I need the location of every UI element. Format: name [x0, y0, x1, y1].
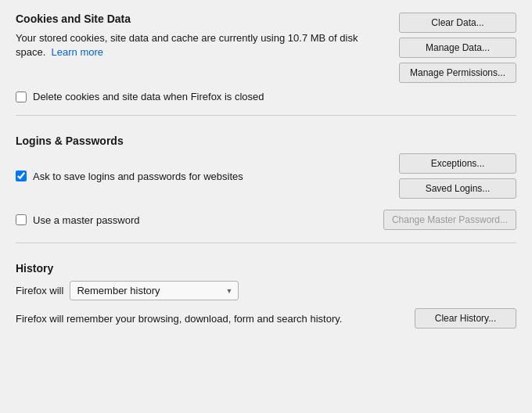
manage-data-button[interactable]: Manage Data... [399, 38, 516, 58]
history-section: History Firefox will Remember history Ne… [16, 256, 516, 329]
divider-1 [16, 115, 516, 116]
cookies-section-title: Cookies and Site Data [16, 13, 390, 25]
logins-section-title: Logins & Passwords [16, 135, 516, 147]
history-select-wrapper: Remember history Never remember history … [70, 281, 239, 300]
ask-save-checkbox[interactable] [16, 171, 27, 181]
exceptions-button[interactable]: Exceptions... [399, 153, 516, 174]
learn-more-link[interactable]: Learn more [52, 46, 103, 58]
logins-buttons: Exceptions... Saved Logins... [399, 153, 516, 199]
cookies-buttons: Clear Data... Manage Data... Manage Perm… [399, 13, 516, 83]
ask-save-label[interactable]: Ask to save logins and passwords for web… [33, 171, 243, 182]
master-password-checkbox-row: Use a master password [16, 214, 374, 226]
master-password-label[interactable]: Use a master password [33, 214, 140, 226]
ask-save-row: Ask to save logins and passwords for web… [16, 171, 390, 182]
master-password-buttons: Change Master Password... [383, 210, 516, 230]
manage-permissions-button[interactable]: Manage Permissions... [399, 63, 516, 83]
history-bottom-row: Firefox will remember your browsing, dow… [16, 308, 516, 329]
history-clear-buttons: Clear History... [415, 308, 516, 329]
cookies-description: Your stored cookies, site data and cache… [16, 31, 390, 59]
logins-section: Logins & Passwords Ask to save logins an… [16, 128, 516, 230]
saved-logins-button[interactable]: Saved Logins... [399, 178, 516, 199]
delete-cookies-checkbox[interactable] [16, 92, 27, 102]
cookies-left: Cookies and Site Data Your stored cookie… [16, 13, 390, 67]
change-master-password-button[interactable]: Change Master Password... [383, 210, 516, 230]
divider-2 [16, 242, 516, 243]
history-select[interactable]: Remember history Never remember history … [70, 281, 239, 300]
master-password-checkbox[interactable] [16, 214, 27, 225]
cookies-top-row: Cookies and Site Data Your stored cookie… [16, 13, 516, 83]
delete-cookies-label[interactable]: Delete cookies and site data when Firefo… [33, 91, 264, 102]
firefox-will-label: Firefox will [16, 285, 63, 296]
master-password-row: Use a master password Change Master Pass… [16, 210, 516, 230]
history-description: Firefox will remember your browsing, dow… [16, 313, 405, 325]
clear-history-button[interactable]: Clear History... [415, 308, 516, 329]
page-container: Cookies and Site Data Your stored cookie… [0, 0, 532, 413]
clear-data-button[interactable]: Clear Data... [399, 13, 516, 33]
logins-top-row: Ask to save logins and passwords for web… [16, 153, 516, 199]
cookies-section: Cookies and Site Data Your stored cookie… [16, 13, 516, 102]
history-section-title: History [16, 262, 516, 275]
history-dropdown-row: Firefox will Remember history Never reme… [16, 281, 516, 300]
delete-cookies-row: Delete cookies and site data when Firefo… [16, 91, 516, 102]
